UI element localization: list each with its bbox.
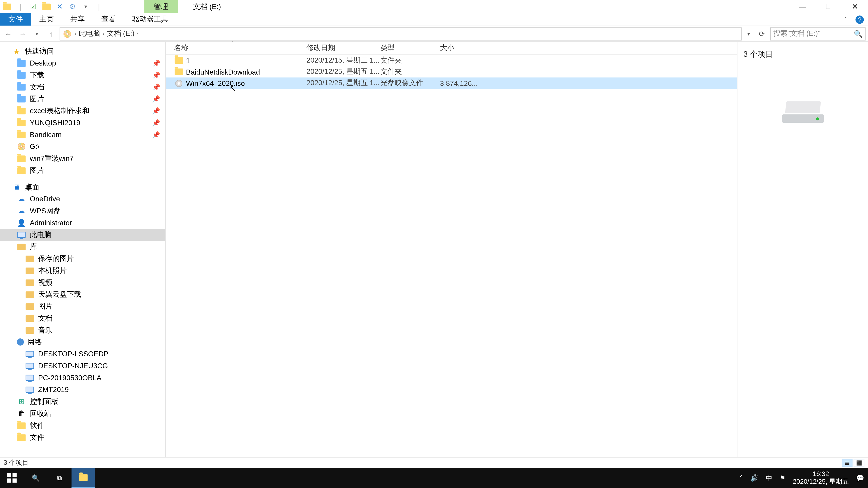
tree-qa-item[interactable]: YUNQISHI2019📌	[0, 117, 165, 129]
library-icon	[25, 254, 35, 263]
library-icon	[25, 290, 35, 299]
notifications-icon[interactable]: 💬	[856, 474, 864, 482]
tree-qa-item[interactable]: excel表格制作求和📌	[0, 105, 165, 117]
explorer-taskbar-button[interactable]	[71, 468, 95, 488]
ribbon-collapse-icon[interactable]: ˅	[841, 15, 850, 24]
gear-icon[interactable]: ⚙	[68, 2, 78, 11]
file-date: 2020/12/25, 星期五 1...	[307, 78, 380, 88]
tree-network-item[interactable]: ZMT2019	[0, 384, 165, 396]
tab-drive-tools[interactable]: 驱动器工具	[124, 13, 177, 26]
tree-qa-item[interactable]: Desktop📌	[0, 57, 165, 69]
tree-desktop-item[interactable]: ☁WPS网盘	[0, 205, 165, 217]
tab-view[interactable]: 查看	[93, 13, 124, 26]
tree-library-item[interactable]: 音乐	[0, 324, 165, 336]
column-name[interactable]: 名称	[174, 43, 306, 53]
preview-pane: 3 个项目	[737, 42, 868, 468]
search-icon[interactable]: 🔍	[854, 30, 863, 38]
file-type: 光盘映像文件	[380, 78, 440, 88]
search-button[interactable]: 🔍	[24, 468, 48, 488]
task-view-button[interactable]: ⧉	[48, 468, 71, 488]
file-rows[interactable]: 12020/12/15, 星期二 1...文件夹BaiduNetdiskDown…	[166, 55, 737, 468]
contextual-tab-manage[interactable]: 管理	[144, 0, 178, 13]
close-button[interactable]: ✕	[842, 0, 868, 13]
ime-indicator[interactable]: 中	[766, 473, 772, 482]
tree-library-item[interactable]: 视频	[0, 276, 165, 289]
tree-recycle-bin[interactable]: 🗑回收站	[0, 408, 165, 420]
tree-network-item[interactable]: DESKTOP-LSSOEDP	[0, 348, 165, 360]
view-details-button[interactable]: ≣	[842, 458, 852, 467]
library-icon	[25, 266, 35, 275]
tree-qa-item[interactable]: 图片	[0, 164, 165, 176]
tray-overflow-icon[interactable]: ˄	[740, 474, 743, 482]
taskbar[interactable]: 🔍 ⧉ ˄ 🔊 中 ⚑ 16:32 2020/12/25, 星期五 💬	[0, 468, 868, 488]
breadcrumb-pc[interactable]: 此电脑	[79, 29, 100, 39]
tree-qa-item[interactable]: 图片📌	[0, 93, 165, 105]
maximize-button[interactable]: ☐	[815, 0, 842, 13]
help-icon[interactable]: ?	[855, 15, 864, 24]
tree-qa-item[interactable]: 📀G:\	[0, 140, 165, 153]
tree-library-item[interactable]: 保存的图片	[0, 253, 165, 265]
folder-icon	[17, 82, 26, 92]
tab-file[interactable]: 文件	[0, 13, 31, 26]
tree-network[interactable]: 网络	[0, 336, 165, 348]
refresh-button[interactable]: ⟳	[756, 30, 768, 38]
tree-desktop-item[interactable]: 👤Administrator	[0, 217, 165, 229]
search-input[interactable]: 搜索"文档 (E:)" 🔍	[770, 27, 866, 40]
breadcrumb-drive[interactable]: 文档 (E:)	[107, 29, 134, 39]
tree-documents[interactable]: 文件	[0, 431, 165, 443]
app-icon	[2, 2, 12, 11]
back-button[interactable]: ←	[2, 28, 14, 40]
address-bar[interactable]: 📀 › 此电脑 › 文档 (E:) ›	[60, 27, 742, 40]
history-dropdown-icon[interactable]: ▾	[31, 28, 43, 40]
forward-button[interactable]: →	[17, 28, 29, 40]
file-row[interactable]: 12020/12/15, 星期二 1...文件夹	[166, 55, 737, 66]
computer-icon	[25, 361, 35, 370]
folder-icon[interactable]	[42, 2, 51, 11]
tree-desktop-item[interactable]: ☁OneDrive	[0, 193, 165, 205]
file-date: 2020/12/15, 星期二 1...	[307, 55, 380, 66]
tree-control-panel[interactable]: ⊞控制面板	[0, 396, 165, 408]
volume-icon[interactable]: 🔊	[750, 474, 759, 482]
address-dropdown-icon[interactable]: ▾	[744, 31, 753, 37]
column-size[interactable]: 大小	[440, 43, 477, 53]
tree-library-item[interactable]: 文档	[0, 312, 165, 324]
tree-qa-item[interactable]: win7重装win7	[0, 153, 165, 164]
taskbar-clock[interactable]: 16:32 2020/12/25, 星期五	[793, 470, 849, 486]
tree-qa-item[interactable]: Bandicam📌	[0, 129, 165, 141]
tree-library-item[interactable]: 图片	[0, 300, 165, 312]
pin-icon: 📌	[152, 119, 160, 127]
system-tray[interactable]: ˄ 🔊 中 ⚑ 16:32 2020/12/25, 星期五 💬	[740, 470, 868, 486]
computer-icon	[25, 373, 35, 383]
folder-icon	[17, 94, 26, 104]
tree-network-item[interactable]: DESKTOP-NJEU3CG	[0, 360, 165, 372]
folder-icon	[17, 433, 26, 442]
column-headers[interactable]: ˄ 名称 修改日期 类型 大小	[166, 42, 737, 55]
minimize-button[interactable]: —	[789, 0, 815, 13]
tree-quick-access[interactable]: ★快速访问	[0, 45, 165, 57]
navigation-tree[interactable]: ★快速访问 Desktop📌下载📌文档📌图片📌excel表格制作求和📌YUNQI…	[0, 42, 166, 468]
svg-rect-1	[12, 473, 17, 477]
tree-desktop-item[interactable]: 库	[0, 240, 165, 253]
tree-qa-item[interactable]: 下载📌	[0, 69, 165, 81]
file-row[interactable]: Win7x64_2020.iso2020/12/25, 星期五 1...光盘映像…	[166, 77, 737, 89]
tab-home[interactable]: 主页	[31, 13, 62, 26]
security-icon[interactable]: ⚑	[780, 474, 785, 482]
folder-icon	[17, 106, 26, 116]
view-icons-button[interactable]: ▦	[854, 458, 864, 467]
tree-desktop-item[interactable]: 此电脑	[0, 229, 165, 241]
up-button[interactable]: ↑	[45, 28, 57, 40]
close-icon[interactable]: ✕	[55, 2, 64, 11]
tab-share[interactable]: 共享	[62, 13, 93, 26]
qat-dropdown-icon[interactable]: ▾	[81, 2, 91, 11]
tree-network-item[interactable]: PC-20190530OBLA	[0, 372, 165, 384]
column-date[interactable]: 修改日期	[307, 43, 380, 53]
checkbox-icon[interactable]: ☑	[29, 2, 38, 11]
file-row[interactable]: BaiduNetdiskDownload2020/12/25, 星期五 1...…	[166, 66, 737, 77]
tree-desktop[interactable]: 🖥桌面	[0, 181, 165, 193]
tree-library-item[interactable]: 本机照片	[0, 265, 165, 276]
start-button[interactable]	[0, 468, 24, 488]
column-type[interactable]: 类型	[380, 43, 440, 53]
tree-qa-item[interactable]: 文档📌	[0, 81, 165, 93]
tree-library-item[interactable]: 天翼云盘下载	[0, 288, 165, 300]
tree-software[interactable]: 软件	[0, 420, 165, 431]
